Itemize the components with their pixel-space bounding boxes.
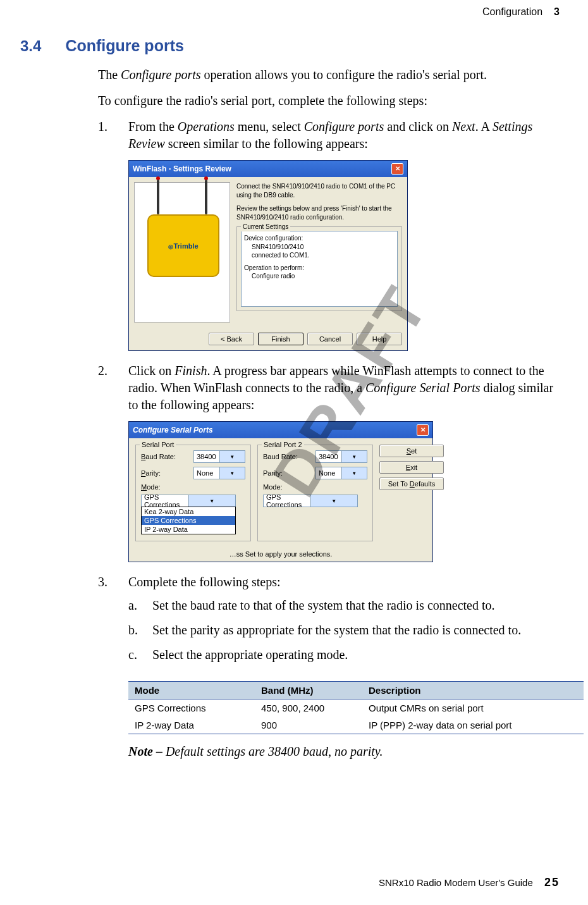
mode-label-2: Mode:	[263, 483, 283, 491]
antenna-icon	[205, 180, 207, 214]
help-button[interactable]: Help	[357, 333, 402, 345]
mode-option[interactable]: IP 2-way Data	[142, 525, 235, 534]
set-defaults-button[interactable]: Set To Defaults	[379, 477, 444, 490]
chevron-down-icon[interactable]: ▼	[341, 467, 367, 479]
footer-title: SNRx10 Radio Modem User's Guide	[379, 877, 533, 888]
dlg2-footnote: …ss Set to apply your selections.	[129, 550, 432, 558]
table-row: GPS Corrections 450, 900, 2400 Output CM…	[128, 699, 584, 717]
exit-button[interactable]: Exit	[379, 461, 444, 474]
mode-select-2[interactable]: GPS Corrections▼	[263, 495, 358, 507]
device-image: ◎Trimble	[134, 182, 230, 323]
mode-table: Mode Band (MHz) Description GPS Correcti…	[128, 681, 584, 734]
intro-paragraph-2: To configure the radio's serial port, co…	[98, 92, 563, 109]
step-3b: b.Set the parity as appropriate for the …	[128, 622, 563, 639]
mode-option[interactable]: Kea 2-way Data	[142, 507, 235, 516]
table-row: IP 2-way Data 900 IP (PPP) 2-way data on…	[128, 717, 584, 734]
serial-port-1-group: Serial Port Baud Rate: 38400▼ Parity: No…	[135, 445, 251, 541]
baud-rate-select-2[interactable]: 38400▼	[315, 450, 367, 463]
chapter-number: 3	[554, 6, 560, 18]
device-brand-label: ◎Trimble	[168, 242, 198, 250]
col-band: Band (MHz)	[255, 682, 362, 699]
winflash-titlebar[interactable]: WinFlash - Settings Review ✕	[129, 161, 407, 177]
mode-label: Mode:	[141, 483, 161, 491]
csp-title: Configure Serial Ports	[133, 426, 213, 434]
chevron-down-icon[interactable]: ▼	[341, 451, 367, 462]
mode-option-selected[interactable]: GPS Corrections	[142, 516, 235, 525]
winflash-dialog: WinFlash - Settings Review ✕ ◎Trimble	[128, 160, 408, 351]
back-button[interactable]: < Back	[209, 333, 254, 345]
step-3c: c.Select the appropriate operating mode.	[128, 646, 563, 663]
step-1: 1. From the Operations menu, select Conf…	[98, 118, 563, 152]
csp-titlebar[interactable]: Configure Serial Ports ✕	[129, 422, 432, 438]
dlg1-instruction-1: Connect the SNR410/910/2410 radio to COM…	[236, 182, 402, 199]
current-settings-box: Device configuration: SNR410/910/2410 co…	[241, 231, 398, 307]
winflash-title: WinFlash - Settings Review	[133, 164, 231, 173]
current-settings-group: Current Settings Device configuration: S…	[236, 226, 402, 311]
intro-paragraph-1: The Configure ports operation allows you…	[98, 66, 563, 83]
cancel-button[interactable]: Cancel	[307, 333, 353, 345]
parity-label: Parity:	[141, 469, 161, 477]
page-number: 25	[544, 876, 560, 889]
device-body-icon: ◎Trimble	[147, 214, 219, 277]
section-number: 3.4	[20, 37, 41, 55]
close-icon[interactable]: ✕	[391, 163, 403, 175]
parity-select[interactable]: None▼	[193, 467, 245, 479]
mode-select[interactable]: GPS Corrections▼	[141, 495, 236, 507]
baud-rate-label: Baud Rate:	[141, 453, 176, 460]
mode-dropdown-list[interactable]: Kea 2-way Data GPS Corrections IP 2-way …	[141, 507, 236, 534]
section-title: Configure ports	[65, 37, 184, 55]
section-heading: 3.4 Configure ports	[20, 37, 563, 55]
serial-port-2-group: Serial Port 2 Baud Rate: 38400▼ Parity: …	[257, 445, 373, 541]
parity-label-2: Parity:	[263, 469, 283, 477]
parity-select-2[interactable]: None▼	[315, 467, 367, 479]
page-footer: SNRx10 Radio Modem User's Guide 25	[379, 876, 560, 889]
chevron-down-icon[interactable]: ▼	[310, 495, 358, 507]
baud-rate-select[interactable]: 38400▼	[193, 450, 245, 463]
finish-button[interactable]: Finish	[258, 333, 303, 345]
step-2: 2. Click on Finish. A progress bar appea…	[98, 362, 563, 414]
step-3: 3. Complete the following steps: a.Set t…	[98, 574, 563, 671]
configure-serial-ports-dialog: Configure Serial Ports ✕ Serial Port Bau…	[128, 421, 433, 562]
col-desc: Description	[362, 682, 584, 699]
close-icon[interactable]: ✕	[417, 424, 429, 436]
chevron-down-icon[interactable]: ▼	[188, 495, 236, 507]
chevron-down-icon[interactable]: ▼	[219, 467, 245, 479]
antenna-icon	[157, 180, 159, 214]
col-mode: Mode	[128, 682, 255, 699]
note: Note – Default settings are 38400 baud, …	[128, 744, 563, 759]
chapter-name: Configuration	[482, 6, 542, 18]
step-3a: a.Set the baud rate to that of the syste…	[128, 597, 563, 614]
chevron-down-icon[interactable]: ▼	[219, 451, 245, 462]
baud-rate-label-2: Baud Rate:	[263, 453, 298, 460]
page-header: Configuration 3	[25, 6, 563, 18]
set-button[interactable]: Set	[379, 445, 444, 457]
dlg1-instruction-2: Review the settings below and press 'Fin…	[236, 204, 402, 221]
